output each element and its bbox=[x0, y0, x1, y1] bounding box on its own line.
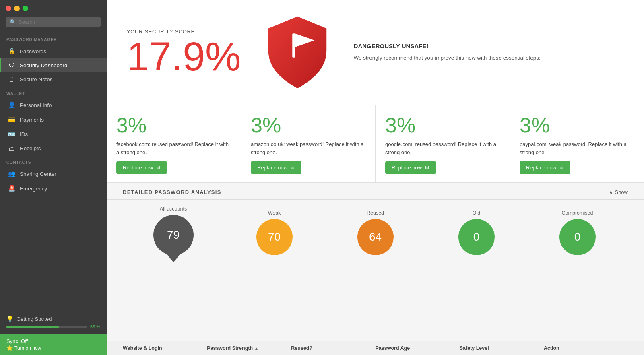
circle-reused: Reused 64 bbox=[325, 210, 426, 255]
chevron-up-icon: ∧ bbox=[609, 189, 613, 195]
sidebar-item-label: Personal Info bbox=[20, 102, 52, 108]
sort-up-icon: ▲ bbox=[254, 346, 258, 351]
circle-label: Old bbox=[473, 210, 480, 216]
analysis-section: DETAILED PASSWORD ANALYSIS ∧ Show All ac… bbox=[107, 183, 644, 355]
old-circle: 0 bbox=[458, 219, 495, 255]
replace-label: Replace now bbox=[392, 165, 422, 171]
sidebar-item-passwords[interactable]: 🔒 Passwords bbox=[0, 44, 107, 58]
lightbulb-icon: 💡 bbox=[6, 316, 13, 322]
card-facebook: 3% facebook.com: reused password! Replac… bbox=[107, 105, 241, 182]
col-label: Reused? bbox=[291, 345, 312, 351]
sidebar-item-label: IDs bbox=[20, 131, 28, 137]
getting-started-label: Getting Started bbox=[17, 316, 52, 322]
circle-label: Reused bbox=[367, 210, 384, 216]
sidebar-item-label: Sharing Center bbox=[20, 171, 56, 177]
sidebar-item-sharing-center[interactable]: 👥 Sharing Center bbox=[0, 167, 107, 181]
turn-on-label: Turn on now bbox=[14, 345, 41, 351]
monitor-icon: 🖥 bbox=[559, 165, 564, 171]
sidebar-item-label: Security Dashboard bbox=[20, 62, 68, 68]
sidebar-item-label: Passwords bbox=[20, 48, 46, 54]
compromised-circle: 0 bbox=[559, 219, 596, 255]
shield-icon: 🛡 bbox=[8, 62, 16, 69]
sidebar-item-label: Payments bbox=[20, 117, 44, 123]
card-description: google.com: reused password! Replace it … bbox=[385, 140, 500, 156]
minimize-icon[interactable] bbox=[14, 6, 20, 11]
sidebar-item-receipts[interactable]: 🗃 Receipts bbox=[0, 141, 107, 155]
turn-on-sync-button[interactable]: ⭐ Turn on now bbox=[6, 345, 100, 351]
replace-now-button-amazon[interactable]: Replace now 🖥 bbox=[251, 161, 301, 174]
notes-icon: 🗒 bbox=[8, 76, 16, 83]
danger-shield-icon bbox=[263, 12, 332, 93]
replace-now-button-facebook[interactable]: Replace now 🖥 bbox=[116, 161, 167, 174]
reused-circle: 64 bbox=[357, 219, 394, 255]
circle-value: 0 bbox=[574, 231, 581, 244]
col-label: Safety Level bbox=[460, 345, 489, 351]
receipt-icon: 🗃 bbox=[8, 145, 16, 152]
sharing-icon: 👥 bbox=[8, 170, 16, 178]
sidebar-item-label: Receipts bbox=[20, 145, 41, 151]
col-label: Password Age bbox=[376, 345, 410, 351]
card-percent: 3% bbox=[116, 115, 231, 136]
emergency-icon: 🚨 bbox=[8, 185, 16, 192]
cards-row: 3% facebook.com: reused password! Replac… bbox=[107, 105, 644, 183]
analysis-header: DETAILED PASSWORD ANALYSIS ∧ Show bbox=[107, 183, 644, 200]
section-label-password-manager: PASSWORD MANAGER bbox=[0, 33, 107, 44]
col-action: Action bbox=[544, 345, 628, 351]
circle-weak: Weak 70 bbox=[224, 210, 325, 255]
sidebar: 🔍 PASSWORD MANAGER 🔒 Passwords 🛡 Securit… bbox=[0, 0, 107, 355]
circle-all-accounts: All accounts 79 bbox=[123, 206, 224, 255]
replace-now-button-google[interactable]: Replace now 🖥 bbox=[385, 161, 436, 174]
warning-text: We strongly recommend that you improve t… bbox=[354, 54, 624, 62]
sidebar-item-personal-info[interactable]: 👤 Personal Info bbox=[0, 98, 107, 112]
sidebar-item-secure-notes[interactable]: 🗒 Secure Notes bbox=[0, 72, 107, 87]
progress-bar-fill bbox=[6, 326, 59, 328]
sidebar-item-payments[interactable]: 💳 Payments bbox=[0, 112, 107, 127]
circle-value: 0 bbox=[473, 231, 480, 244]
card-description: paypal.com: weak password! Replace it wi… bbox=[520, 140, 634, 156]
all-accounts-circle: 79 bbox=[153, 215, 194, 255]
maximize-icon[interactable] bbox=[23, 6, 28, 11]
sidebar-item-label: Emergency bbox=[20, 186, 47, 192]
col-strength[interactable]: Password Strength ▲ bbox=[207, 345, 291, 351]
show-label: Show bbox=[615, 189, 628, 195]
circle-label: Weak bbox=[268, 210, 281, 216]
sync-bar: Sync: Off ⭐ Turn on now bbox=[0, 334, 107, 355]
person-icon: 👤 bbox=[8, 101, 16, 109]
svg-rect-0 bbox=[292, 33, 295, 58]
getting-started: 💡 Getting Started 65 % bbox=[0, 311, 107, 334]
col-label: Password Strength bbox=[207, 345, 253, 351]
card-description: facebook.com: reused password! Replace i… bbox=[116, 140, 231, 156]
score-section: YOUR SECURITY SCORE: 17.9% DANGEROUSLY U… bbox=[107, 0, 644, 105]
weak-circle: 70 bbox=[256, 219, 293, 255]
card-percent: 3% bbox=[385, 115, 500, 136]
replace-now-button-paypal[interactable]: Replace now 🖥 bbox=[520, 161, 570, 174]
search-icon: 🔍 bbox=[10, 19, 16, 25]
shield-area bbox=[257, 12, 338, 93]
card-paypal: 3% paypal.com: weak password! Replace it… bbox=[510, 105, 644, 182]
replace-label: Replace now bbox=[123, 165, 153, 171]
id-icon: 🪪 bbox=[8, 130, 16, 138]
circle-compromised: Compromised 0 bbox=[527, 210, 628, 255]
sidebar-item-security-dashboard[interactable]: 🛡 Security Dashboard bbox=[0, 58, 107, 72]
search-input[interactable] bbox=[19, 19, 97, 25]
show-button[interactable]: ∧ Show bbox=[609, 189, 628, 195]
card-icon: 💳 bbox=[8, 116, 16, 123]
circle-old: Old 0 bbox=[426, 210, 527, 255]
monitor-icon: 🖥 bbox=[155, 165, 161, 171]
score-area: YOUR SECURITY SCORE: 17.9% bbox=[127, 29, 241, 76]
replace-label: Replace now bbox=[526, 165, 556, 171]
sidebar-item-ids[interactable]: 🪪 IDs bbox=[0, 127, 107, 141]
warning-area: DANGEROUSLY UNSAFE! We strongly recommen… bbox=[354, 43, 624, 62]
close-icon[interactable] bbox=[6, 6, 11, 11]
sync-status-label: Sync: Off bbox=[6, 338, 100, 344]
col-label: Action bbox=[544, 345, 559, 351]
card-percent: 3% bbox=[251, 115, 365, 136]
sidebar-section-password-manager: PASSWORD MANAGER 🔒 Passwords 🛡 Security … bbox=[0, 33, 107, 87]
star-icon: ⭐ bbox=[6, 345, 13, 351]
replace-label: Replace now bbox=[257, 165, 287, 171]
card-google: 3% google.com: reused password! Replace … bbox=[376, 105, 510, 182]
score-value: 17.9% bbox=[127, 36, 241, 76]
sidebar-item-emergency[interactable]: 🚨 Emergency bbox=[0, 181, 107, 196]
col-label: Website & Login bbox=[123, 345, 162, 351]
col-reused: Reused? bbox=[291, 345, 375, 351]
